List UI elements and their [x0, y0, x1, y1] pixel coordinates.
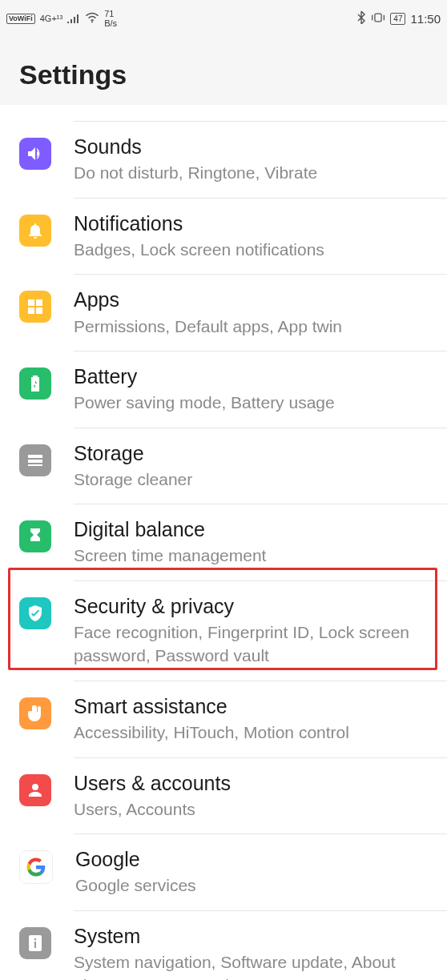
row-subtitle: Permissions, Default apps, App twin	[74, 315, 439, 338]
row-title: Google	[75, 847, 439, 872]
signal-icon	[67, 12, 80, 26]
battery-icon: 47	[390, 13, 405, 25]
row-title: Security & privacy	[74, 594, 439, 619]
row-title: Smart assistance	[74, 694, 439, 719]
hand-icon	[19, 697, 51, 729]
row-title: Apps	[74, 287, 439, 312]
row-subtitle: Power saving mode, Battery usage	[74, 391, 439, 414]
row-subtitle: Storage cleaner	[74, 468, 439, 491]
svg-rect-1	[375, 14, 381, 22]
page-title: Settings	[19, 59, 428, 90]
row-apps[interactable]: Apps Permissions, Default apps, App twin	[0, 275, 447, 351]
google-icon	[19, 850, 53, 884]
grid-icon	[19, 291, 51, 323]
hourglass-icon	[19, 520, 51, 552]
row-title: Battery	[74, 364, 439, 389]
network-label: 4G+¹³	[40, 14, 62, 23]
bell-icon	[19, 215, 51, 247]
row-title: Users & accounts	[74, 771, 439, 796]
row-users-accounts[interactable]: Users & accounts Users, Accounts	[0, 758, 447, 834]
bluetooth-icon	[356, 11, 366, 26]
shield-icon	[19, 597, 51, 629]
net-speed: 71B/s	[104, 9, 117, 28]
row-title: Storage	[74, 441, 439, 466]
row-subtitle: Badges, Lock screen notifications	[74, 238, 439, 261]
person-icon	[19, 774, 51, 806]
row-digital-balance[interactable]: Digital balance Screen time management	[0, 504, 447, 580]
row-subtitle: Do not disturb, Ringtone, Vibrate	[74, 161, 439, 184]
vowifi-badge: VoWiFi	[6, 14, 35, 24]
clock: 11:50	[410, 12, 441, 26]
row-smart-assistance[interactable]: Smart assistance Accessibility, HiTouch,…	[0, 681, 447, 757]
drive-icon	[19, 444, 51, 476]
row-notifications[interactable]: Notifications Badges, Lock screen notifi…	[0, 199, 447, 275]
page-header: Settings	[0, 37, 447, 105]
row-storage[interactable]: Storage Storage cleaner	[0, 428, 447, 504]
row-subtitle: Face recognition, Fingerprint ID, Lock s…	[74, 621, 439, 668]
wifi-icon	[85, 12, 99, 26]
row-title: Digital balance	[74, 517, 439, 542]
row-subtitle: Accessibility, HiTouch, Motion control	[74, 721, 439, 744]
svg-point-0	[91, 21, 93, 22]
status-bar: VoWiFi 4G+¹³ 71B/s 47 11:50	[0, 0, 447, 37]
settings-list[interactable]: Sounds Do not disturb, Ringtone, Vibrate…	[0, 105, 447, 980]
row-title: Notifications	[74, 211, 439, 236]
info-icon	[19, 927, 51, 959]
row-subtitle: Screen time management	[74, 544, 439, 567]
vibrate-icon	[371, 11, 385, 26]
row-subtitle: System navigation, Software update, Abou…	[74, 950, 439, 980]
row-google[interactable]: Google Google services	[0, 834, 447, 910]
row-system[interactable]: System System navigation, Software updat…	[0, 911, 447, 980]
row-title: Sounds	[74, 135, 439, 159]
row-subtitle: Google services	[75, 874, 439, 897]
row-title: System	[74, 924, 439, 949]
row-battery[interactable]: Battery Power saving mode, Battery usage	[0, 351, 447, 428]
row-security-privacy[interactable]: Security & privacy Face recognition, Fin…	[0, 581, 447, 681]
battery-icon	[19, 368, 51, 400]
speaker-icon	[19, 138, 51, 170]
row-sounds[interactable]: Sounds Do not disturb, Ringtone, Vibrate	[0, 122, 447, 198]
row-subtitle: Users, Accounts	[74, 797, 439, 821]
